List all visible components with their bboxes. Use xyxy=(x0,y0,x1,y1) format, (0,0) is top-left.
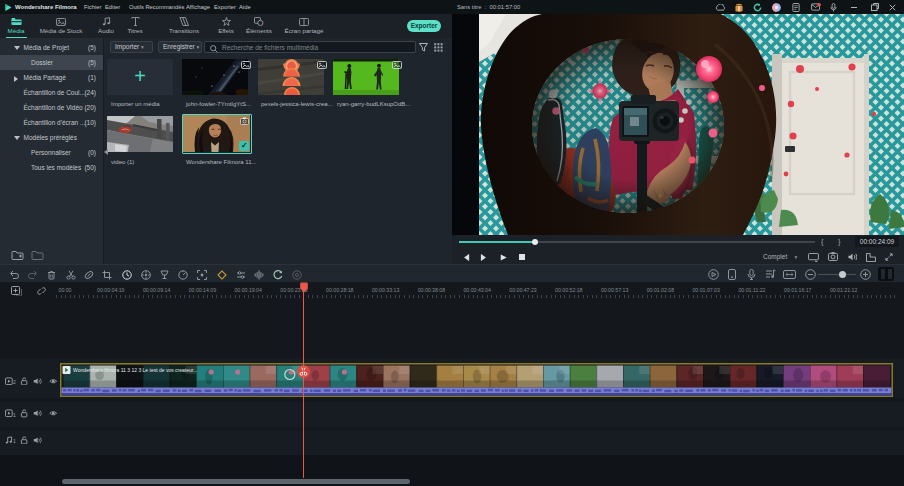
svg-text:Wondershare filmora 11 3 12 3: Wondershare filmora 11 3 12 3 Le test de… xyxy=(73,367,197,373)
